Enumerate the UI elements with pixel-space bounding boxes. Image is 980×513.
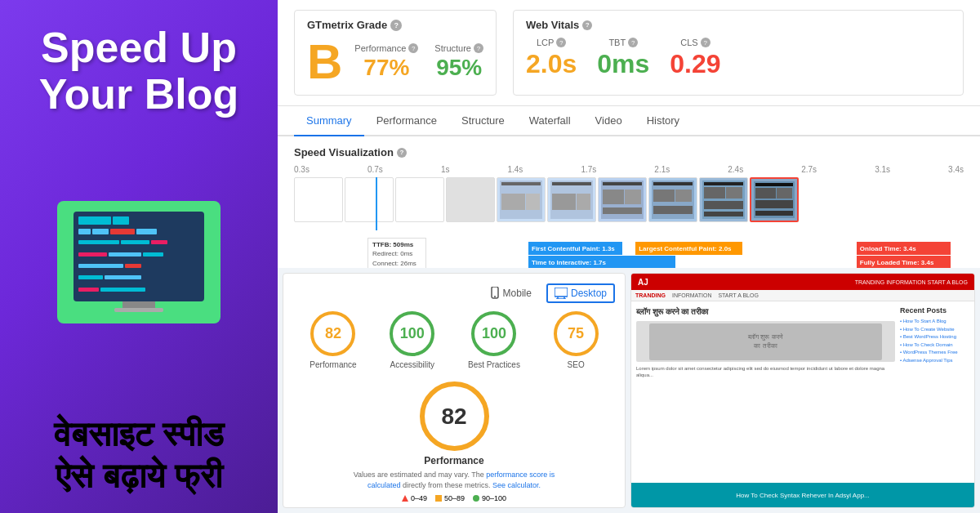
tab-structure[interactable]: Structure — [449, 106, 517, 136]
fully-loaded-label: Fully Loaded Time: 3.4s — [860, 259, 934, 266]
tti-bar: Time to Interactive: 1.7s — [528, 256, 675, 268]
gtmetrix-info-icon[interactable]: ? — [390, 20, 402, 31]
vitals-title-text: Web Vitals — [526, 19, 579, 31]
grade-title: GTmetrix Grade ? — [307, 19, 483, 31]
ttfb-vline — [376, 177, 377, 230]
fully-loaded-bar: Fully Loaded Time: 3.4s — [857, 256, 951, 268]
blog-nav: TRANDING INFORMATION START A BLOG — [631, 290, 974, 301]
blog-tagline: TRANDING INFORMATION START A BLOG — [855, 279, 968, 285]
frame-6 — [547, 177, 596, 222]
lcp-value: 2.0s — [526, 49, 577, 79]
frame-7 — [598, 177, 647, 222]
perf-label-text: Performance — [354, 43, 406, 53]
blog-title: ब्लॉग शुरू करने का तरीका — [636, 306, 895, 318]
tab-waterfall[interactable]: Waterfall — [517, 106, 583, 136]
lh-best-practices: 100 Best Practices — [468, 311, 520, 369]
blog-image: ब्लॉग शुरू करनेका तरीका — [636, 321, 895, 362]
lcp-bar: Largest Contentful Paint: 2.0s — [635, 242, 742, 255]
lh-acc-label: Accessibility — [390, 360, 434, 369]
device-tab-desktop[interactable]: Desktop — [546, 283, 615, 303]
desktop-label: Desktop — [571, 288, 607, 299]
cls-info-icon[interactable]: ? — [701, 38, 710, 47]
blog-header: AJ TRANDING INFORMATION START A BLOG — [631, 274, 974, 290]
lighthouse-scores: 82 Performance 100 Accessibility 100 Bes… — [293, 311, 615, 369]
struct-label-text: Structure — [434, 43, 471, 53]
blog-content-area: ब्लॉग शुरू करने का तरीका ब्लॉग शुरू करने… — [631, 301, 974, 483]
lh-performance: 82 Performance — [310, 311, 356, 369]
tti-label: Time to Interactive: 1.7s — [532, 259, 606, 266]
struct-info-icon[interactable]: ? — [474, 43, 483, 53]
bottom-text-line1: वेबसाइट स्पीड — [54, 414, 225, 455]
perf-info-icon[interactable]: ? — [408, 43, 418, 53]
tabs-bar: Summary Performance Structure Waterfall … — [278, 106, 980, 136]
lcp-label: Largest Contentful Paint: 2.0s — [639, 245, 731, 252]
lh-bp-label: Best Practices — [468, 360, 520, 369]
redirect-label: Redirect: 0ms — [372, 249, 421, 258]
svg-marker-6 — [402, 495, 408, 502]
lcp-info-icon[interactable]: ? — [556, 38, 566, 47]
tab-summary[interactable]: Summary — [294, 106, 364, 136]
cls-vital: CLS ? 0.29 — [670, 38, 720, 79]
big-performance-section: 82 Performance Values are estimated and … — [293, 381, 615, 502]
big-perf-description: Values are estimated and may vary. The p… — [340, 470, 568, 490]
lh-seo: 75 SEO — [554, 311, 599, 369]
frame-2 — [345, 177, 394, 222]
time-labels: 0.3s 0.7s 1s 1.4s 1.7s 2.1s 2.4s 2.7s 3.… — [294, 165, 964, 174]
structure-label: Structure ? — [434, 43, 483, 53]
cls-value: 0.29 — [670, 49, 720, 79]
recent-post-4[interactable]: • How To Check Domain — [900, 341, 969, 350]
nav-info: INFORMATION — [672, 292, 711, 298]
structure-metric: Structure ? 95% — [434, 43, 483, 81]
recent-post-3[interactable]: • Best WordPress Hosting — [900, 333, 969, 341]
monitor-screen — [74, 212, 204, 301]
svg-point-8 — [473, 495, 479, 502]
frame-5 — [497, 177, 546, 222]
top-heading: Speed Up Your Blog — [39, 25, 239, 118]
big-perf-label: Performance — [424, 455, 483, 466]
calculator-link[interactable]: See calculator. — [492, 481, 541, 489]
bottom-text-line2: ऐसे बढ़ाये फ्री — [54, 456, 225, 497]
tbt-info-icon[interactable]: ? — [628, 38, 638, 47]
ttfb-label: TTFB: 509ms — [372, 240, 421, 249]
vitals-title: Web Vitals ? — [526, 19, 951, 31]
tab-video[interactable]: Video — [583, 106, 635, 136]
recent-post-1[interactable]: • How To Start A Blog — [900, 318, 969, 326]
best-practices-circle: 100 — [471, 311, 516, 356]
svg-rect-2 — [555, 288, 568, 297]
gtmetrix-section: GTmetrix Grade ? B Performance ? 77% — [278, 0, 980, 106]
blog-footer: How To Check Syntax Rehever In Adsyl App… — [631, 483, 974, 507]
tbt-label: TBT ? — [608, 38, 638, 47]
ttfb-box: TTFB: 509ms Redirect: 0ms Connect: 26ms … — [368, 238, 426, 268]
frame-8 — [648, 177, 697, 222]
speed-viz-info-icon[interactable]: ? — [397, 148, 407, 158]
legend-green: 90–100 — [473, 494, 506, 502]
tbt-vital: TBT ? 0ms — [597, 38, 649, 79]
recent-post-5[interactable]: • WordPress Themes Free — [900, 349, 969, 357]
legend-red: 0–49 — [402, 494, 427, 502]
speed-viz-title: Speed Visualization ? — [294, 146, 964, 158]
right-panel: GTmetrix Grade ? B Performance ? 77% — [278, 0, 980, 513]
bottom-text: वेबसाइट स्पीड ऐसे बढ़ाये फ्री — [54, 414, 225, 497]
lh-seo-label: SEO — [568, 360, 585, 369]
speed-visualization-section: Speed Visualization ? 0.3s 0.7s 1s 1.4s … — [278, 136, 980, 268]
big-performance-circle: 82 — [420, 381, 489, 451]
nav-trending: TRANDING — [635, 292, 666, 298]
tab-history[interactable]: History — [635, 106, 692, 136]
vitals-info-icon[interactable]: ? — [582, 20, 592, 30]
recent-post-2[interactable]: • How To Create Website — [900, 326, 969, 334]
fcp-label: First Contentful Paint: 1.3s — [532, 245, 615, 252]
filmstrip-container: TTFB: 509ms Redirect: 0ms Connect: 26ms … — [294, 177, 964, 268]
frame-10 — [750, 177, 799, 222]
grade-letter: B — [307, 38, 342, 87]
grade-content: B Performance ? 77% Structure — [307, 38, 483, 87]
recent-post-6[interactable]: • Adsense Approval Tips — [900, 357, 969, 365]
nav-start: START A BLOG — [718, 292, 758, 298]
grade-metrics: Performance ? 77% Structure ? 95% — [354, 43, 483, 81]
recent-posts-list: • How To Start A Blog • How To Create We… — [900, 318, 969, 365]
connect-label: Connect: 26ms — [372, 259, 421, 268]
blog-main-content: ब्लॉग शुरू करने का तरीका ब्लॉग शुरू करने… — [636, 306, 895, 478]
device-tab-mobile[interactable]: Mobile — [483, 283, 538, 303]
tab-performance[interactable]: Performance — [364, 106, 449, 136]
frame-9 — [699, 177, 748, 222]
bottom-section: Mobile Desktop 82 Performance 100 — [278, 268, 980, 513]
